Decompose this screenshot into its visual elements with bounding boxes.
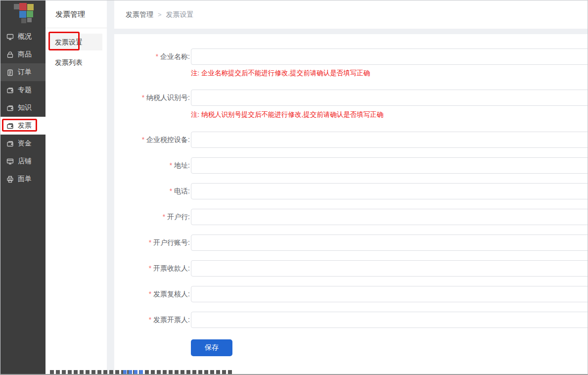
sidebar-item-label: 面单 [18, 175, 32, 184]
bank-input[interactable] [191, 209, 588, 225]
app-logo [13, 3, 38, 25]
sidebar-item-label: 资金 [18, 139, 32, 148]
required-marker: * [142, 94, 144, 101]
field-label: *开票收款人: [114, 260, 190, 277]
payee-input[interactable] [191, 260, 588, 277]
form-row-phone: *电话: [114, 183, 588, 199]
form-row-reviewer: *发票复核人: [114, 286, 588, 302]
sidebar-item-label: 发票 [18, 121, 32, 130]
submenu-item-invoice-list[interactable]: 发票列表 [50, 54, 102, 71]
sidebar-item-invoice[interactable]: 发票 [0, 117, 45, 135]
address-input[interactable] [191, 157, 588, 174]
invoice-icon [6, 122, 14, 130]
phone-input[interactable] [191, 183, 588, 199]
sidebar-item-label: 知识 [18, 103, 32, 112]
form-row-drawer: *发票开票人: [114, 312, 588, 328]
drawer-input[interactable] [191, 312, 588, 328]
invoice-submenu: 发票管理 发票设置 发票列表 [45, 0, 107, 374]
taxpayer-id-note: 注: 纳税人识别号提交后不能进行修改,提交前请确认是否填写正确 [191, 110, 383, 119]
invoice-settings-form: *企业名称: 注: 企业名称提交后不能进行修改,提交前请确认是否填写正确 *纳税… [114, 34, 588, 374]
required-marker: * [170, 187, 172, 195]
save-button[interactable]: 保存 [191, 339, 232, 356]
form-row-bank-account: *开户行账号: [114, 234, 588, 251]
submenu-title: 发票管理 [45, 0, 107, 28]
sidebar-item-topics[interactable]: 专题 [0, 81, 45, 99]
field-label: *企业税控设备: [114, 132, 190, 148]
breadcrumb-separator-icon: > [158, 11, 162, 18]
overview-icon [6, 33, 14, 41]
shop-icon [6, 158, 14, 165]
company-name-input[interactable] [191, 48, 588, 65]
required-marker: * [142, 136, 144, 143]
reviewer-input[interactable] [191, 286, 588, 302]
taxpayer-id-input[interactable] [191, 90, 588, 106]
app-window: 概况 商品 订单 专题 知识 发票 资金 店铺 [0, 0, 588, 375]
tax-device-input[interactable] [191, 132, 588, 148]
sidebar-item-label: 商品 [18, 50, 32, 59]
required-marker: * [149, 316, 151, 324]
company-name-note: 注: 企业名称提交后不能进行修改,提交前请确认是否填写正确 [191, 69, 370, 78]
main-sidebar: 概况 商品 订单 专题 知识 发票 资金 店铺 [0, 0, 45, 374]
breadcrumb-invoice-management[interactable]: 发票管理 [126, 10, 153, 19]
sidebar-item-label: 订单 [18, 68, 32, 77]
field-label: *电话: [114, 183, 190, 199]
sidebar-item-goods[interactable]: 商品 [0, 46, 45, 63]
clipped-footer-link-fragment [123, 370, 144, 375]
form-row-address: *地址: [114, 157, 588, 174]
orders-icon [6, 69, 14, 76]
required-marker: * [149, 290, 151, 298]
required-marker: * [163, 213, 165, 221]
knowledge-icon [6, 104, 14, 112]
form-row-taxpayer-id: *纳税人识别号: [114, 90, 588, 106]
form-row-payee: *开票收款人: [114, 260, 588, 277]
sidebar-item-label: 店铺 [18, 157, 32, 166]
required-marker: * [170, 161, 172, 169]
field-label: *开户行: [114, 209, 190, 225]
bank-account-input[interactable] [191, 234, 588, 251]
submenu-item-invoice-settings[interactable]: 发票设置 [50, 34, 102, 50]
field-label: *发票开票人: [114, 312, 190, 328]
sidebar-item-shop[interactable]: 店铺 [0, 152, 45, 170]
form-row-company-name: *企业名称: [114, 48, 588, 65]
field-label: *企业名称: [114, 48, 190, 65]
waybill-icon [6, 176, 14, 183]
sidebar-item-funds[interactable]: 资金 [0, 135, 45, 152]
sidebar-item-label: 专题 [18, 86, 32, 94]
required-marker: * [156, 52, 158, 60]
sidebar-item-overview[interactable]: 概况 [0, 28, 45, 46]
field-label: *地址: [114, 157, 190, 174]
sidebar-item-orders[interactable]: 订单 [0, 63, 45, 81]
sidebar-item-waybill[interactable]: 面单 [0, 170, 45, 188]
sidebar-item-label: 概况 [18, 32, 32, 41]
clipped-footer-text [50, 370, 234, 375]
field-label: *开户行账号: [114, 234, 190, 251]
required-marker: * [149, 264, 151, 272]
field-label: *纳税人识别号: [114, 90, 190, 106]
funds-icon [6, 140, 14, 147]
form-row-tax-device: *企业税控设备: [114, 132, 588, 148]
breadcrumb: 发票管理 > 发票设置 [114, 0, 588, 29]
sidebar-item-knowledge[interactable]: 知识 [0, 99, 45, 117]
field-label: *发票复核人: [114, 286, 190, 302]
required-marker: * [149, 238, 151, 246]
breadcrumb-invoice-settings: 发票设置 [166, 10, 194, 19]
form-row-bank: *开户行: [114, 209, 588, 225]
goods-icon [6, 51, 14, 58]
topics-icon [6, 87, 14, 94]
